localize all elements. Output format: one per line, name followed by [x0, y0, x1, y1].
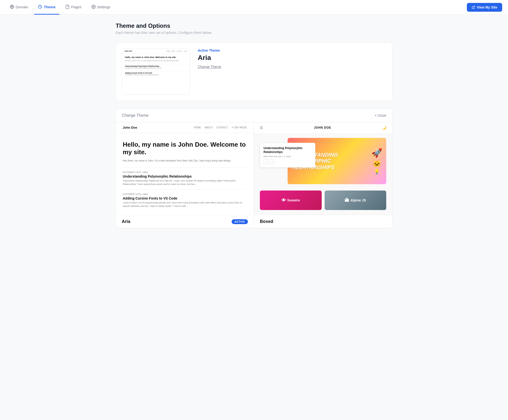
moon-icon: 🌙	[382, 126, 386, 130]
livewire-icon: 👁	[282, 198, 286, 203]
boxed-small-cards: 👁 livewire 🏔 Alpine JS	[260, 191, 386, 210]
svg-point-5	[41, 7, 41, 7]
change-theme-link[interactable]: Change Theme	[198, 65, 221, 69]
nav-domain-label: Domain	[16, 5, 28, 9]
preview-mini-nav: John Doe HOME ABOUT CONTACT ☀ DAY	[122, 49, 190, 54]
boxed-livewire-card: 👁 livewire	[260, 191, 322, 210]
boxed-theme-name: Boxed	[260, 219, 273, 224]
boxed-alpine-card: 🏔 Alpine JS	[325, 191, 386, 210]
nav-settings-label: Settings	[97, 5, 110, 9]
alpine-icon: 🏔	[345, 198, 349, 203]
theme-grid: John Doe HOME ABOUT CONTACT ☀ DAY MODE H…	[116, 122, 392, 228]
preview-mini-links: HOME ABOUT CONTACT ☀ DAY	[166, 50, 187, 52]
preview-post2-text: OCTOBER 12TH, 1984 I tend to watch a lot…	[125, 74, 187, 76]
active-theme-section: John Doe HOME ABOUT CONTACT ☀ DAY Hello,…	[116, 42, 392, 101]
aria-site-name: John Doe	[123, 126, 137, 129]
preview-post1-text: OCTOBER 12TH, 1984 Polymorphic Relations…	[125, 67, 187, 69]
hamburger-icon: ☰	[260, 126, 263, 130]
svg-point-6	[93, 6, 94, 8]
alpine-label: 🏔 Alpine JS	[345, 198, 366, 203]
active-theme-info: Active Theme Aria Change Theme	[198, 48, 221, 69]
close-button[interactable]: × Close	[375, 114, 386, 117]
aria-post1-text: Polymorphic Relationships frightened me …	[123, 179, 247, 186]
page-title: Theme and Options	[116, 22, 392, 29]
page-subtitle: Each theme has their own set of options.…	[116, 31, 392, 35]
nav-item-settings[interactable]: Settings	[87, 0, 114, 15]
aria-post2-meta: OCTOBER 12TH, 1984	[123, 193, 247, 195]
globe-icon	[10, 5, 14, 9]
theme-icon	[38, 5, 42, 9]
nav-item-pages[interactable]: Pages	[61, 0, 85, 15]
bulb-illustration: 💡	[374, 169, 380, 174]
active-theme-name: Aria	[198, 54, 221, 62]
aria-post2-title: Adding Cursive Fonts to VS Code	[123, 196, 247, 200]
boxed-nav: ☰ JOHN DOE 🌙	[254, 122, 392, 133]
aria-post-1: OCTOBER 12TH, 1984 Understanding Polymor…	[123, 167, 247, 189]
nav-items: Domain Theme Page	[6, 0, 114, 15]
svg-point-2	[39, 7, 39, 7]
svg-point-4	[40, 6, 41, 6]
preview-site-name: John Doe	[124, 50, 132, 52]
nav-theme-label: Theme	[44, 5, 56, 9]
main-content: Theme and Options Each theme has their o…	[108, 15, 400, 236]
boxed-theme-preview: ☰ JOHN DOE 🌙 Understanding Polymorphic R…	[254, 122, 392, 215]
aria-posts: OCTOBER 12TH, 1984 Understanding Polymor…	[116, 167, 254, 211]
change-theme-header: Change Theme × Close	[116, 109, 392, 122]
prev-arrow-button[interactable]: ←	[263, 160, 268, 164]
aria-nav-links: HOME ABOUT CONTACT ☀ DAY MODE	[194, 126, 247, 129]
boxed-featured-area: Understanding Polymorphic Relationships …	[260, 138, 386, 187]
nav-item-domain[interactable]: Domain	[6, 0, 32, 15]
aria-hero-text: Hey there, my name is John. I'm a web de…	[123, 159, 247, 162]
aria-post1-title: Understanding Polymorphic Relationships	[123, 174, 247, 178]
preview-mini-post-1: Understanding Polymorphic Relationships …	[122, 64, 190, 70]
boxed-card-footer: Boxed	[254, 215, 392, 228]
boxed-written-on: WRITTEN ON JULY 2, 2020	[263, 155, 312, 158]
livewire-label: 👁 livewire	[282, 198, 300, 203]
svg-line-7	[473, 6, 475, 7]
aria-hero: Hello, my name is John Doe. Welcome to m…	[116, 133, 254, 167]
preview-hero-text: Hey there, my name is John. I'm a web de…	[125, 60, 187, 62]
nav-pages-label: Pages	[71, 5, 82, 9]
preview-mini-hero: Hello, my name is John Doe. Welcome to m…	[122, 54, 190, 63]
change-theme-section: Change Theme × Close John Doe HOME ABOUT…	[116, 109, 392, 228]
boxed-featured-title: Understanding Polymorphic Relationships	[263, 146, 312, 154]
preview-hero-title: Hello, my name is John Doe. Welcome to m…	[125, 56, 187, 59]
top-navigation: Domain Theme Page	[0, 0, 508, 15]
pages-icon	[65, 5, 70, 9]
aria-nav: John Doe HOME ABOUT CONTACT ☀ DAY MODE	[116, 122, 254, 133]
active-badge: ACTIVE	[232, 219, 248, 224]
active-theme-label: Active Theme	[198, 48, 221, 52]
preview-post1-title: Understanding Polymorphic Relationships	[125, 65, 187, 67]
aria-card-footer: Aria ACTIVE	[116, 215, 254, 228]
external-link-icon	[472, 6, 475, 9]
preview-mini-post-2: Adding Cursive Fonts to VS Code OCTOBER …	[122, 71, 190, 77]
rocket-illustration: 🚀	[371, 148, 382, 158]
aria-theme-name: Aria	[122, 219, 130, 224]
preview-post2-title: Adding Cursive Fonts to VS Code	[125, 72, 187, 74]
boxed-site-name: JOHN DOE	[314, 126, 331, 129]
aria-hero-title: Hello, my name is John Doe. Welcome to m…	[123, 141, 247, 156]
svg-point-3	[39, 6, 40, 6]
theme-card-aria[interactable]: John Doe HOME ABOUT CONTACT ☀ DAY MODE H…	[116, 122, 254, 228]
next-arrow-button[interactable]: →	[269, 160, 274, 164]
active-theme-preview: John Doe HOME ABOUT CONTACT ☀ DAY Hello,…	[122, 48, 190, 95]
change-theme-title: Change Theme	[122, 113, 149, 118]
view-my-site-button[interactable]: View My Site	[467, 3, 502, 12]
aria-post1-meta: OCTOBER 12TH, 1984	[123, 171, 247, 173]
boxed-featured-card: Understanding Polymorphic Relationships …	[260, 143, 315, 168]
nav-item-theme[interactable]: Theme	[34, 0, 59, 15]
aria-post2-text: I tend to watch a lot of programming tut…	[123, 201, 247, 208]
theme-card-boxed[interactable]: ☰ JOHN DOE 🌙 Understanding Polymorphic R…	[254, 122, 392, 228]
aria-theme-preview: John Doe HOME ABOUT CONTACT ☀ DAY MODE H…	[116, 122, 254, 215]
gear-icon	[91, 5, 96, 9]
boxed-nav-arrows: ← →	[263, 160, 312, 164]
aria-post-2: OCTOBER 12TH, 1984 Adding Cursive Fonts …	[123, 189, 247, 211]
cat-illustration: 🐱	[372, 159, 381, 168]
